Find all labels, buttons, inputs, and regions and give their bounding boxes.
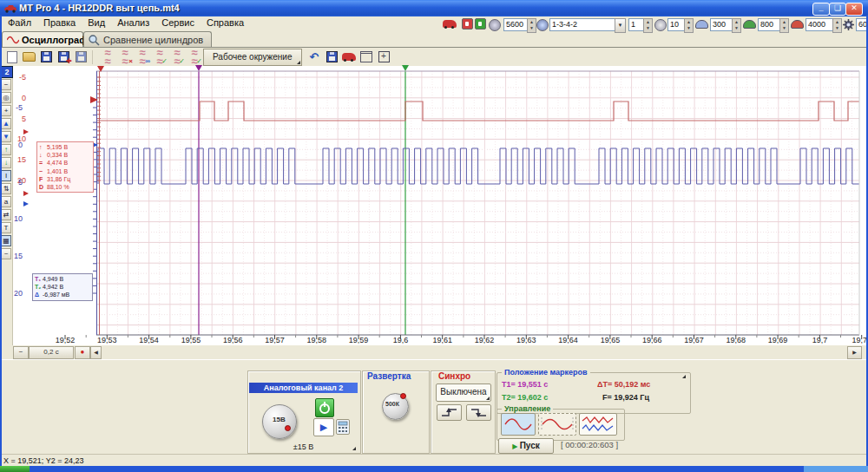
menu-analysis[interactable]: Анализ bbox=[111, 16, 155, 29]
channel-knob-value: 15В bbox=[273, 416, 286, 423]
tab-oscilloscope[interactable]: Осциллограф bbox=[2, 31, 83, 48]
marker-measurements[interactable]: T₁4,949 ВT₂4,942 ВΔ-6,987 мВ bbox=[32, 273, 93, 301]
rising-edge-icon bbox=[437, 405, 461, 420]
scroll-left-button[interactable]: ◀ bbox=[90, 346, 102, 359]
view-stretch-button[interactable] bbox=[538, 413, 576, 436]
lock-green-icon[interactable] bbox=[475, 18, 486, 30]
scroll-right-button[interactable]: ▶ bbox=[847, 346, 862, 359]
save-small-button[interactable] bbox=[324, 49, 340, 65]
system-tray bbox=[804, 466, 868, 472]
throttle-spinner[interactable]: ▲▼ bbox=[684, 18, 694, 33]
view-single-button[interactable] bbox=[501, 413, 536, 436]
x-tick-label: 19,64 bbox=[551, 336, 586, 344]
save-button[interactable] bbox=[38, 49, 55, 65]
waves-apply-3-button[interactable]: ≈≈✓ bbox=[186, 49, 202, 65]
channel1-measurements[interactable]: ↑5,195 В↓0,334 В=4,474 В~1,401 ВF31,86 Г… bbox=[36, 141, 94, 193]
channel-power-button[interactable] bbox=[315, 398, 334, 417]
record-button[interactable]: ● bbox=[75, 346, 90, 359]
gauge-high-field[interactable]: 4000 bbox=[806, 18, 833, 31]
car-button[interactable] bbox=[341, 49, 358, 65]
distributor-icon bbox=[536, 19, 549, 31]
scroll-row: − 0,2 с ● ◀ ▶ bbox=[0, 345, 868, 359]
sync-falling-edge-button[interactable] bbox=[466, 404, 491, 421]
start-button[interactable]: ▶ Пуск bbox=[498, 438, 554, 454]
new-file-button[interactable] bbox=[3, 49, 20, 65]
status-bar: X = 19,521; Y2 = 24,23 bbox=[0, 454, 868, 467]
rpm-field[interactable]: 5600 bbox=[503, 18, 528, 31]
throttle-field[interactable]: 10 bbox=[667, 18, 685, 31]
channel-knob-indicator bbox=[285, 425, 291, 431]
generator-button[interactable] bbox=[358, 49, 375, 65]
graph-button[interactable]: ▦ bbox=[1, 235, 11, 246]
title-bar: МТ Pro 4 - HR12DDR выт цепь.mt4 _ ❏ ✕ bbox=[0, 0, 868, 16]
gauge-low-field[interactable]: 300 bbox=[710, 18, 733, 31]
x-tick-label: 19,56 bbox=[215, 336, 250, 344]
sync-title: Синхро bbox=[438, 371, 470, 381]
x-tick-label: 19,59 bbox=[341, 336, 376, 344]
firing-order-dropdown[interactable]: ▼ bbox=[615, 18, 626, 33]
calculator-icon bbox=[337, 420, 349, 434]
waves-all-button[interactable]: ≈≈ bbox=[99, 49, 115, 65]
labels-button[interactable]: a bbox=[1, 196, 11, 207]
close-button[interactable]: ✕ bbox=[845, 3, 863, 16]
markers-group-handle[interactable] bbox=[682, 375, 686, 378]
x-tick-label: 19,62 bbox=[467, 336, 502, 344]
gauge-low-spinner[interactable]: ▲▼ bbox=[732, 18, 741, 33]
car-icon[interactable] bbox=[443, 20, 457, 28]
start-button-fragment[interactable] bbox=[0, 466, 30, 472]
view-multi-button[interactable] bbox=[579, 413, 617, 436]
t1t2-button[interactable]: Т bbox=[1, 222, 11, 233]
menu-file[interactable]: Файл bbox=[2, 16, 37, 29]
y-tick-blue: -5 bbox=[2, 103, 23, 112]
sync-mode-button[interactable]: Выключена bbox=[436, 384, 491, 402]
waves-apply-1-button[interactable]: ≈≈✓ bbox=[151, 49, 168, 65]
menu-edit[interactable]: Правка bbox=[37, 16, 82, 29]
measurement-row: D88,10 % bbox=[39, 183, 91, 191]
waves-close-button[interactable]: ≈≈× bbox=[116, 49, 133, 65]
lock-red-icon[interactable] bbox=[462, 18, 473, 30]
gauge-high-icon bbox=[791, 20, 804, 29]
channel-calc-button[interactable] bbox=[336, 419, 350, 435]
gauge-mid-field[interactable]: 800 bbox=[758, 18, 780, 31]
channel-corner-handle[interactable] bbox=[352, 447, 356, 450]
x-tick-label: 19,53 bbox=[89, 336, 124, 344]
channel-probe-button[interactable]: ▶ bbox=[313, 418, 334, 436]
open-file-button[interactable] bbox=[21, 49, 37, 65]
x-tick-label: 19,52 bbox=[48, 336, 82, 344]
y-tick-red: -5 bbox=[2, 73, 26, 82]
x-tick-label: 19,57 bbox=[258, 336, 293, 344]
minimize-button[interactable]: _ bbox=[812, 3, 830, 16]
hscale-minus-button[interactable]: − bbox=[13, 346, 29, 359]
sync-rising-edge-button[interactable] bbox=[437, 404, 462, 421]
workspace-button[interactable]: Рабочее окружение bbox=[203, 49, 302, 66]
x-tick-label: 19,55 bbox=[174, 336, 208, 344]
multi-wave-icon bbox=[580, 414, 616, 435]
waves-link-button[interactable]: ≈≈∞ bbox=[134, 49, 150, 65]
expand-button[interactable]: + bbox=[376, 49, 392, 65]
waves-apply-2-button[interactable]: ≈≈✓ bbox=[168, 49, 185, 65]
measurement-row: T₁4,949 В bbox=[35, 275, 90, 283]
gauge-mid-icon bbox=[743, 20, 756, 29]
engine-icon bbox=[489, 19, 501, 31]
cylinder-field[interactable]: 1 bbox=[628, 18, 644, 31]
firing-order-select[interactable]: 1-3-4-2 bbox=[549, 18, 617, 31]
menu-view[interactable]: Вид bbox=[82, 16, 111, 29]
maximize-button[interactable]: ❏ bbox=[829, 3, 846, 16]
toolbar-separator bbox=[92, 50, 96, 64]
menu-service[interactable]: Сервис bbox=[155, 16, 201, 29]
engine-toolbar: 5600 ▲▼ 1-3-4-2 ▼ 1 ▲▼ 10 ▲▼ 300 ▲▼ 800 … bbox=[441, 18, 865, 31]
gauge-high-spinner[interactable]: ▲▼ bbox=[832, 18, 842, 33]
cylinder-spinner[interactable]: ▲▼ bbox=[643, 18, 653, 33]
y-tick-red: 5 bbox=[2, 115, 26, 123]
menu-help[interactable]: Справка bbox=[201, 16, 250, 29]
hscale-value[interactable]: 0,2 с bbox=[29, 346, 74, 359]
rpm-spinner[interactable]: ▲▼ bbox=[527, 18, 536, 33]
save-as-button[interactable]: ✚ bbox=[56, 49, 72, 65]
save-copy-button[interactable] bbox=[73, 49, 89, 65]
app-icon bbox=[3, 3, 17, 13]
gauge-mid-spinner[interactable]: ▲▼ bbox=[779, 18, 789, 33]
undo-button[interactable]: ↶ bbox=[306, 49, 323, 65]
sweep-knob-value: 500К bbox=[385, 401, 399, 407]
x-tick-label: 19,71 bbox=[845, 336, 868, 344]
plot-canvas[interactable] bbox=[96, 71, 859, 335]
